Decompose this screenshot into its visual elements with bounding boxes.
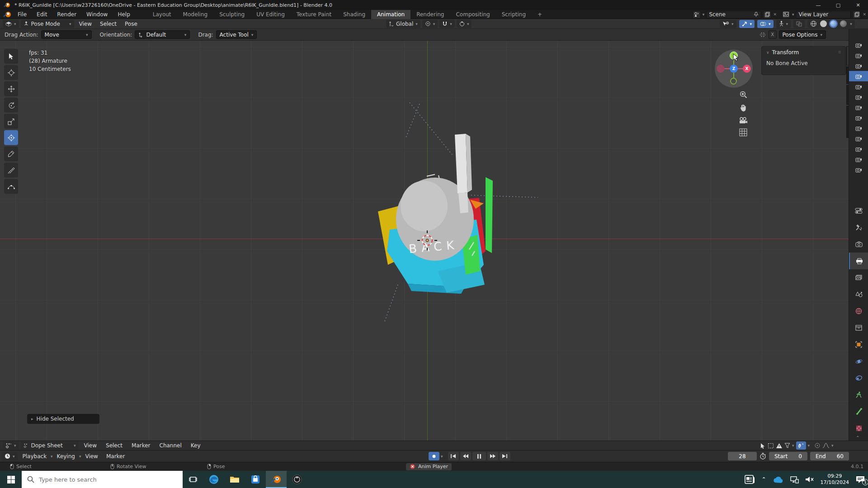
falloff-curve-icon[interactable] [822, 443, 830, 448]
object-type-visibility-dropdown[interactable]: ▾ [720, 20, 736, 28]
volume-muted-icon[interactable] [805, 476, 814, 483]
frame-end-field[interactable]: End 60 [810, 452, 849, 460]
view-layer-dropdown-arrow-icon[interactable]: ▾ [792, 12, 794, 17]
dope-menu-channel[interactable]: Channel [155, 442, 186, 449]
orientation-dropdown[interactable]: Default ▾ [135, 30, 190, 39]
solid-shading-icon[interactable] [820, 20, 827, 27]
properties-tab-collection[interactable] [849, 319, 868, 336]
auto-keying-toggle[interactable] [429, 452, 439, 460]
proportional-editing-dropdown[interactable]: ▾ [457, 20, 472, 28]
menu-edit[interactable]: Edit [32, 11, 52, 18]
view-layer-field[interactable]: View Layer [796, 11, 851, 19]
pose-options-dropdown[interactable]: Pose Options ▾ [779, 30, 826, 39]
camera-view-icon[interactable] [739, 117, 748, 124]
workspace-tab-compositing[interactable]: Compositing [450, 10, 495, 19]
outliner-camera-toggle[interactable] [849, 113, 868, 123]
anim-player-badge[interactable]: Anim Player [406, 463, 452, 470]
properties-tab-render[interactable] [849, 236, 868, 253]
gizmo-axis-x-pos[interactable]: X [743, 65, 751, 73]
properties-tab-scene[interactable] [849, 286, 868, 303]
taskbar-clock[interactable]: 09:29 17/10/2024 [821, 473, 849, 486]
dope-sheet-mode-dropdown[interactable]: Dope Sheet ▾ [21, 441, 79, 450]
drag-dropdown[interactable]: Active Tool ▾ [216, 30, 257, 39]
pan-hand-icon[interactable] [739, 103, 748, 112]
tool-scale[interactable] [4, 114, 18, 129]
add-workspace-button[interactable]: + [532, 10, 548, 19]
navigation-gizmo[interactable]: Z X [715, 50, 753, 88]
pin-icon[interactable] [754, 12, 759, 17]
properties-tab-tool[interactable] [849, 219, 868, 236]
workspace-tab-shading[interactable]: Shading [337, 10, 371, 19]
gizmo-axis-x-neg[interactable] [717, 65, 725, 73]
timeline-menu-playback[interactable]: Playback [19, 453, 51, 460]
workspace-tab-sculpting[interactable]: Sculpting [213, 10, 250, 19]
outliner-camera-toggle[interactable] [849, 154, 868, 164]
character-model[interactable]: 3 BACK [0, 41, 849, 441]
zoom-icon[interactable] [739, 90, 748, 99]
properties-tab-output[interactable] [849, 253, 868, 269]
viewport-menu-select[interactable]: Select [96, 21, 121, 27]
material-preview-shading-icon[interactable] [830, 20, 837, 27]
outliner-camera-toggle[interactable] [849, 123, 868, 133]
action-center-button[interactable]: 1 [855, 475, 865, 483]
close-button[interactable]: ✕ [848, 0, 868, 10]
remove-view-layer-icon[interactable]: ✕ [863, 12, 866, 17]
workspace-tab-scripting[interactable]: Scripting [496, 10, 532, 19]
properties-tab-physics[interactable] [849, 353, 868, 370]
timeline-menu-view[interactable]: View [81, 453, 102, 460]
workspace-tab-uv-editing[interactable]: UV Editing [250, 10, 291, 19]
select-arrow-icon[interactable] [760, 443, 766, 449]
outliner-camera-toggle[interactable] [849, 50, 868, 61]
taskbar-app-edge[interactable] [203, 471, 224, 488]
properties-tab-object-data[interactable] [849, 386, 868, 403]
maximize-button[interactable]: ▢ [828, 0, 848, 10]
dope-menu-select[interactable]: Select [101, 442, 127, 449]
taskbar-app-blender[interactable] [266, 471, 287, 488]
new-view-layer-button[interactable] [853, 11, 861, 19]
workspace-tab-animation[interactable]: Animation [371, 10, 410, 19]
panel-collapse-icon[interactable]: ∨ [766, 50, 769, 55]
timeline-editor-type-button[interactable]: ▾ [2, 452, 18, 460]
mirror-icon[interactable] [759, 32, 766, 38]
keying-set-dropdown-icon[interactable]: ▾ [441, 454, 443, 459]
outliner-camera-toggle[interactable] [849, 144, 868, 154]
operator-redo-panel[interactable]: ▸ Hide Selected [27, 414, 99, 424]
transform-orientation-dropdown[interactable]: Global ▾ [386, 20, 420, 28]
only-errors-warning-icon[interactable] [776, 443, 783, 449]
previous-keyframe-button[interactable] [460, 452, 471, 460]
viewport-menu-pose[interactable]: Pose [121, 21, 142, 27]
outliner-camera-toggle[interactable] [849, 92, 868, 102]
view-layer-icon[interactable] [782, 11, 790, 19]
unlink-scene-icon[interactable]: ✕ [773, 12, 777, 17]
current-frame-field[interactable]: 28 [728, 452, 757, 460]
menu-help[interactable]: Help [113, 11, 135, 18]
properties-tab-object[interactable] [849, 336, 868, 353]
scene-dropdown-arrow-icon[interactable]: ▾ [703, 12, 705, 17]
use-preview-range-stopwatch-icon[interactable] [760, 453, 766, 460]
filter-dropdown-arrow-icon[interactable]: ▾ [792, 443, 794, 448]
drag-action-dropdown[interactable]: Move ▾ [41, 30, 92, 39]
shading-dropdown-arrow-icon[interactable]: ▾ [850, 22, 852, 26]
properties-editor-icon[interactable] [849, 202, 868, 219]
properties-tab-constraints[interactable] [849, 370, 868, 386]
taskbar-app-file-explorer[interactable] [224, 471, 245, 488]
editor-type-button[interactable]: ▾ [3, 20, 19, 28]
next-keyframe-button[interactable] [487, 452, 498, 460]
outliner-camera-toggle[interactable] [849, 102, 868, 113]
properties-tab-view-layer[interactable] [849, 269, 868, 286]
tool-measure[interactable] [4, 163, 18, 178]
region-collapse-chevron-icon[interactable]: ⌃ [856, 435, 859, 440]
operator-expand-icon[interactable]: ▸ [31, 417, 33, 421]
workspace-tab-texture-paint[interactable]: Texture Paint [291, 10, 337, 19]
outliner-camera-toggle[interactable] [849, 61, 868, 71]
gizmo-axis-z[interactable]: Z [730, 65, 738, 73]
jump-to-start-button[interactable] [448, 452, 459, 460]
timeline-menu-marker[interactable]: Marker [102, 453, 129, 460]
network-icon[interactable] [790, 476, 799, 483]
falloff-dropdown-arrow-icon[interactable]: ▾ [831, 443, 834, 448]
tool-transform[interactable] [4, 130, 18, 145]
workspace-tab-rendering[interactable]: Rendering [410, 10, 450, 19]
properties-tab-texture[interactable] [849, 420, 868, 436]
box-select-icon[interactable] [768, 443, 774, 449]
viewport-3d[interactable]: fps: 31 (28) Armature 10 Centimeters 3 B… [0, 41, 849, 441]
